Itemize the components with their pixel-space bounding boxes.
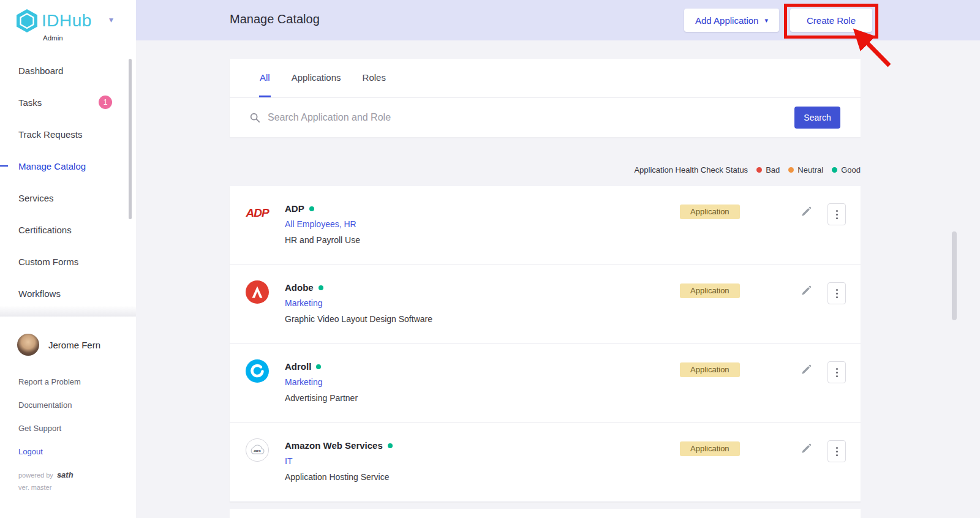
catalog-row-aws: aws Amazon Web Services IT Application H… bbox=[230, 423, 861, 502]
sidebar-item-label: Services bbox=[18, 193, 54, 203]
user-avatar bbox=[17, 334, 39, 356]
legend-item-bad: Bad bbox=[756, 165, 780, 175]
kebab-menu-button[interactable] bbox=[827, 361, 846, 383]
powered-by: powered by sath bbox=[18, 470, 74, 479]
edit-pencil-icon[interactable] bbox=[801, 206, 812, 217]
legend-label: Good bbox=[841, 165, 861, 175]
legend-title: Application Health Check Status bbox=[634, 165, 748, 175]
logo-text: IDHub bbox=[42, 9, 92, 33]
application-description: Graphic Video Layout Design Software bbox=[285, 314, 432, 324]
sidebar-item-services[interactable]: Services bbox=[0, 182, 136, 214]
user-profile[interactable]: Jerome Fern bbox=[17, 334, 100, 356]
adp-logo-text: ADP bbox=[246, 206, 268, 220]
application-name: ADP bbox=[285, 203, 360, 214]
search-bar: Search bbox=[230, 98, 861, 137]
kebab-menu-button[interactable] bbox=[827, 203, 846, 225]
sidebar-item-label: Workflows bbox=[18, 288, 61, 299]
idhub-logo: IDHub bbox=[16, 9, 92, 33]
edit-pencil-icon[interactable] bbox=[801, 443, 812, 454]
sidebar-item-certifications[interactable]: Certifications bbox=[0, 214, 136, 246]
application-name-text: Adobe bbox=[285, 282, 314, 293]
health-legend: Application Health Check Status Bad Neut… bbox=[230, 165, 861, 175]
app-window: IDHub Admin ▾ Dashboard Tasks 1 Track Re… bbox=[0, 0, 980, 518]
type-badge: Application bbox=[680, 283, 740, 298]
kebab-menu-button[interactable] bbox=[827, 440, 846, 462]
row-text: Adobe Marketing Graphic Video Layout Des… bbox=[285, 282, 432, 324]
application-description: Application Hosting Service bbox=[285, 472, 393, 482]
tab-roles[interactable]: Roles bbox=[362, 59, 386, 97]
tab-applications[interactable]: Applications bbox=[291, 59, 342, 97]
chevron-down-icon: ▾ bbox=[764, 17, 768, 24]
application-description: Advertising Partner bbox=[285, 393, 358, 403]
sidebar-item-track-requests[interactable]: Track Requests bbox=[0, 118, 136, 150]
create-role-button[interactable]: Create Role bbox=[790, 9, 872, 32]
application-name: Adobe bbox=[285, 282, 432, 293]
aws-logo-text: aws bbox=[254, 448, 261, 452]
health-good-dot-icon bbox=[309, 206, 314, 211]
idhub-hexagon-icon bbox=[16, 9, 38, 33]
kebab-menu-button[interactable] bbox=[827, 282, 846, 304]
bad-status-dot-icon bbox=[756, 167, 762, 173]
sidebar-nav: Dashboard Tasks 1 Track Requests Manage … bbox=[0, 54, 136, 309]
legend-item-good: Good bbox=[832, 165, 861, 175]
legend-label: Bad bbox=[766, 165, 780, 175]
org-chevron-down-icon[interactable]: ▾ bbox=[109, 15, 113, 24]
sidebar: IDHub Admin ▾ Dashboard Tasks 1 Track Re… bbox=[0, 0, 136, 518]
logo-subtitle: Admin bbox=[43, 34, 63, 42]
type-badge: Application bbox=[680, 362, 740, 377]
powered-by-text: powered by bbox=[18, 471, 53, 479]
application-tags-link[interactable]: Marketing bbox=[285, 377, 358, 387]
nav-scroll-fade bbox=[0, 306, 136, 317]
application-tags-link[interactable]: All Employees, HR bbox=[285, 219, 360, 229]
application-name: Adroll bbox=[285, 361, 358, 372]
row-text: Adroll Marketing Advertising Partner bbox=[285, 361, 358, 403]
catalog-list: ADP ADP All Employees, HR HR and Payroll… bbox=[230, 186, 861, 502]
row-text: Amazon Web Services IT Application Hosti… bbox=[285, 440, 393, 482]
documentation-link[interactable]: Documentation bbox=[18, 400, 136, 410]
sidebar-item-workflows[interactable]: Workflows bbox=[0, 277, 136, 309]
sidebar-item-label: Manage Catalog bbox=[18, 161, 86, 171]
health-good-dot-icon bbox=[318, 285, 323, 290]
sidebar-item-tasks[interactable]: Tasks 1 bbox=[0, 86, 136, 118]
add-application-label: Add Application bbox=[695, 15, 758, 26]
sidebar-item-label: Custom Forms bbox=[18, 257, 78, 267]
sidebar-item-label: Certifications bbox=[18, 225, 72, 235]
sidebar-item-custom-forms[interactable]: Custom Forms bbox=[0, 246, 136, 277]
aws-logo: aws bbox=[245, 438, 270, 462]
sidebar-item-manage-catalog[interactable]: Manage Catalog bbox=[0, 150, 136, 182]
top-header: Manage Catalog Add Application ▾ Create … bbox=[136, 0, 980, 40]
edit-pencil-icon[interactable] bbox=[801, 285, 812, 296]
application-name-text: Adroll bbox=[285, 361, 311, 372]
application-description: HR and Payroll Use bbox=[285, 235, 360, 245]
catalog-search-panel: All Applications Roles Search bbox=[230, 59, 861, 137]
adobe-logo bbox=[245, 280, 270, 304]
tasks-count-badge: 1 bbox=[99, 96, 112, 109]
legend-label: Neutral bbox=[797, 165, 823, 175]
health-good-dot-icon bbox=[388, 443, 393, 448]
page-title: Manage Catalog bbox=[230, 12, 320, 26]
type-badge: Application bbox=[680, 441, 740, 456]
application-tags-link[interactable]: IT bbox=[285, 456, 393, 466]
report-a-problem-link[interactable]: Report a Problem bbox=[18, 377, 136, 386]
search-input[interactable] bbox=[268, 112, 794, 123]
user-name: Jerome Fern bbox=[48, 340, 100, 350]
logout-link[interactable]: Logout bbox=[18, 447, 136, 456]
aws-logo-icon: aws bbox=[246, 438, 269, 462]
sidebar-item-dashboard[interactable]: Dashboard bbox=[0, 54, 136, 86]
catalog-row-adp: ADP ADP All Employees, HR HR and Payroll… bbox=[230, 186, 861, 265]
edit-pencil-icon[interactable] bbox=[801, 364, 812, 375]
sidebar-scrollbar[interactable] bbox=[129, 59, 132, 219]
create-role-label: Create Role bbox=[807, 15, 856, 26]
adobe-logo-icon bbox=[246, 280, 269, 304]
tab-all[interactable]: All bbox=[259, 59, 271, 97]
get-support-link[interactable]: Get Support bbox=[18, 424, 136, 433]
sidebar-item-label: Track Requests bbox=[18, 129, 82, 140]
search-icon bbox=[249, 112, 260, 123]
catalog-row-adobe: Adobe Marketing Graphic Video Layout Des… bbox=[230, 265, 861, 344]
type-badge: Application bbox=[680, 205, 740, 219]
application-tags-link[interactable]: Marketing bbox=[285, 298, 432, 308]
add-application-button[interactable]: Add Application ▾ bbox=[684, 9, 779, 32]
search-button[interactable]: Search bbox=[794, 107, 840, 129]
page-scrollbar[interactable] bbox=[952, 231, 957, 320]
row-text: ADP All Employees, HR HR and Payroll Use bbox=[285, 203, 360, 245]
